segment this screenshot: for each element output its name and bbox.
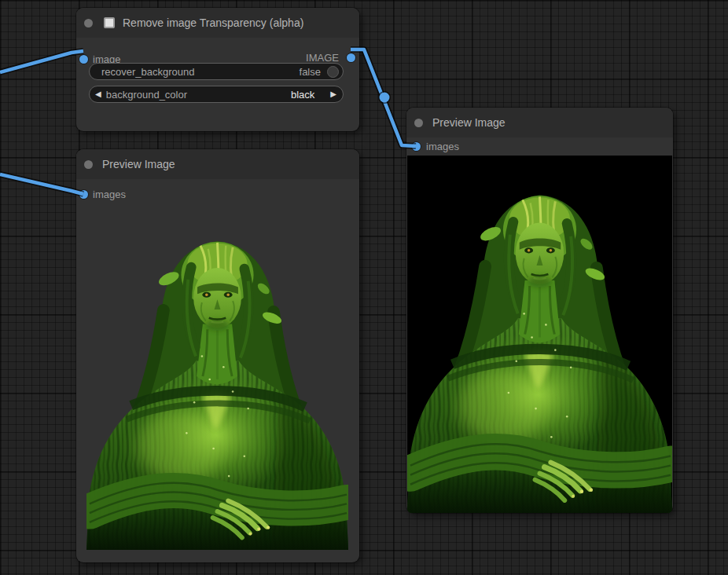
node-status-dot-icon (84, 160, 93, 169)
combo-left-arrow-icon[interactable]: ◀ (95, 90, 101, 98)
widget-label: recover_background (101, 66, 195, 78)
widget-background-color[interactable]: ◀ background_color black ▶ (89, 86, 344, 103)
input-port-images[interactable] (79, 190, 88, 199)
preview-image-black-bg (407, 156, 672, 513)
node-title: Preview Image (102, 158, 175, 170)
node-titlebar[interactable]: Preview Image (406, 108, 673, 137)
link-midpoint-dot[interactable] (378, 91, 391, 104)
node-status-dot-icon (84, 19, 93, 27)
widget-value: false (300, 66, 321, 78)
input-port-images[interactable] (412, 142, 421, 151)
node-titlebar[interactable]: Preview Image (76, 149, 359, 179)
widget-label: background_color (106, 89, 187, 101)
link-left-edge-to-preview-left-images[interactable] (0, 174, 83, 194)
checkbox-square-icon[interactable] (104, 17, 115, 28)
widget-recover-background[interactable]: recover_background false (89, 63, 344, 80)
node-remove-transparency[interactable]: Remove image Transparency (alpha) image … (76, 8, 359, 131)
widget-value: black (291, 89, 314, 101)
output-label-image: IMAGE (306, 52, 339, 64)
toggle-knob[interactable] (327, 66, 339, 78)
node-title: Preview Image (432, 116, 506, 129)
output-port-image[interactable] (347, 53, 355, 62)
node-preview-image-right[interactable]: Preview Image images (406, 108, 673, 513)
node-titlebar[interactable]: Remove image Transparency (alpha) (76, 8, 359, 38)
node-graph-canvas[interactable]: Remove image Transparency (alpha) image … (0, 0, 728, 575)
node-status-dot-icon (414, 119, 423, 127)
node-preview-image-left[interactable]: Preview Image images (76, 149, 359, 562)
combo-right-arrow-icon[interactable]: ▶ (330, 90, 336, 98)
input-label-images: images (93, 189, 126, 200)
node-title: Remove image Transparency (alpha) (123, 16, 303, 29)
input-label-images: images (426, 141, 459, 152)
input-port-image[interactable] (79, 55, 88, 64)
preview-image-transparent (86, 203, 348, 550)
link-left-edge-to-image-input[interactable] (0, 51, 83, 72)
